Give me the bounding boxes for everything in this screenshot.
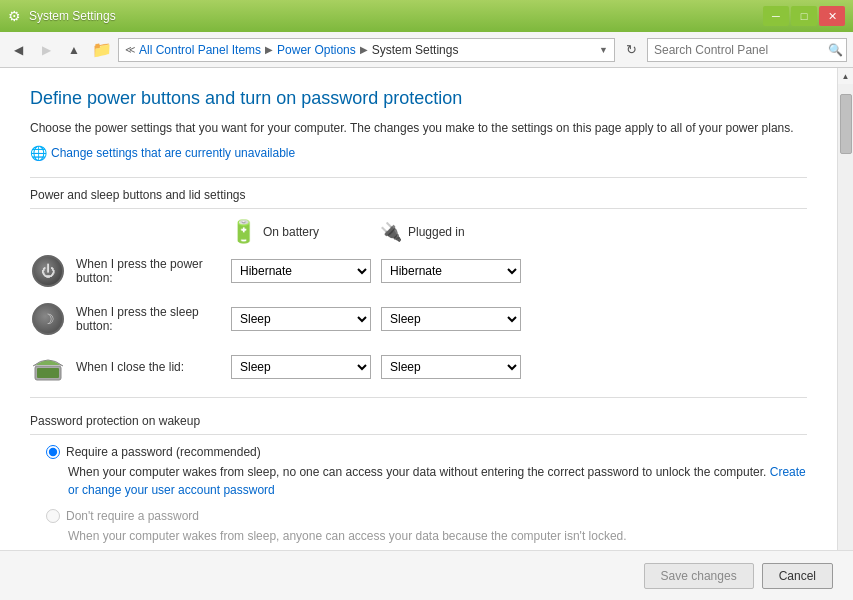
sleep-button-icon	[30, 301, 66, 337]
search-button[interactable]: 🔍	[828, 43, 843, 57]
no-password-label[interactable]: Don't require a password	[66, 509, 199, 523]
window-controls: ─ □ ✕	[763, 6, 845, 26]
power-button-plugged-select[interactable]: Do nothing Sleep Hibernate Shut down Tur…	[381, 259, 521, 283]
minimize-button[interactable]: ─	[763, 6, 789, 26]
sleep-button-plugged-select[interactable]: Do nothing Sleep Hibernate Shut down Tur…	[381, 307, 521, 331]
breadcrumb-bar: ≪ All Control Panel Items ▶ Power Option…	[118, 38, 615, 62]
power-button-row: When I press the power button: Do nothin…	[30, 253, 807, 289]
svg-rect-1	[37, 368, 59, 378]
breadcrumb-power-options[interactable]: Power Options	[277, 43, 356, 57]
battery-column-header: 🔋 On battery	[230, 219, 380, 245]
plug-icon: 🔌	[380, 221, 402, 243]
sleep-button-selects: Do nothing Sleep Hibernate Shut down Tur…	[231, 307, 521, 331]
password-section-title: Password protection on wakeup	[30, 414, 807, 435]
section-divider	[30, 177, 807, 178]
sleep-button-label: When I press the sleep button:	[76, 305, 231, 333]
password-divider	[30, 397, 807, 398]
scroll-track	[838, 84, 853, 584]
scrollbar: ▲ ▼	[837, 68, 853, 600]
lid-label: When I close the lid:	[76, 360, 231, 374]
close-button[interactable]: ✕	[819, 6, 845, 26]
save-changes-button[interactable]: Save changes	[644, 563, 754, 589]
maximize-button[interactable]: □	[791, 6, 817, 26]
sleep-button-battery-select[interactable]: Do nothing Sleep Hibernate Shut down Tur…	[231, 307, 371, 331]
page-title: Define power buttons and turn on passwor…	[30, 88, 807, 109]
column-headers: 🔋 On battery 🔌 Plugged in	[230, 219, 807, 245]
globe-icon: 🌐	[30, 145, 47, 161]
power-button-selects: Do nothing Sleep Hibernate Shut down Tur…	[231, 259, 521, 283]
power-button-icon	[30, 253, 66, 289]
no-password-desc: When your computer wakes from sleep, any…	[46, 527, 807, 545]
battery-icon: 🔋	[230, 219, 257, 245]
lid-row: When I close the lid: Do nothing Sleep H…	[30, 349, 807, 385]
require-password-desc: When your computer wakes from sleep, no …	[46, 463, 807, 499]
breadcrumb-all-control-panel[interactable]: All Control Panel Items	[139, 43, 261, 57]
sleep-button-row: When I press the sleep button: Do nothin…	[30, 301, 807, 337]
bottom-bar: Save changes Cancel	[0, 550, 853, 600]
page-description: Choose the power settings that you want …	[30, 119, 807, 137]
power-button-label: When I press the power button:	[76, 257, 231, 285]
sleep-circle-icon	[32, 303, 64, 335]
lid-battery-select[interactable]: Do nothing Sleep Hibernate Shut down Tur…	[231, 355, 371, 379]
address-bar: ◀ ▶ ▲ 📁 ≪ All Control Panel Items ▶ Powe…	[0, 32, 853, 68]
change-settings-link[interactable]: 🌐 Change settings that are currently una…	[30, 145, 807, 161]
breadcrumb-current: System Settings	[372, 43, 459, 57]
search-input[interactable]	[647, 38, 847, 62]
back-button[interactable]: ◀	[6, 38, 30, 62]
power-circle-icon	[32, 255, 64, 287]
lid-plugged-select[interactable]: Do nothing Sleep Hibernate Shut down Tur…	[381, 355, 521, 379]
power-sleep-section-title: Power and sleep buttons and lid settings	[30, 188, 807, 209]
up-button[interactable]: ▲	[62, 38, 86, 62]
dropdown-arrow-icon: ▼	[599, 45, 608, 55]
cancel-button[interactable]: Cancel	[762, 563, 833, 589]
scroll-thumb[interactable]	[840, 94, 852, 154]
password-section: Password protection on wakeup Require a …	[30, 414, 807, 545]
lid-icon	[30, 349, 66, 385]
require-password-label[interactable]: Require a password (recommended)	[66, 445, 261, 459]
refresh-button[interactable]: ↻	[619, 38, 643, 62]
laptop-lid-icon	[31, 352, 65, 382]
main-content: Define power buttons and turn on passwor…	[0, 68, 853, 600]
window-title: System Settings	[29, 9, 116, 23]
title-bar: ⚙ System Settings ─ □ ✕	[0, 0, 853, 32]
plugged-column-header: 🔌 Plugged in	[380, 219, 530, 245]
folder-icon: 📁	[92, 40, 112, 59]
require-password-radio[interactable]	[46, 445, 60, 459]
no-password-radio[interactable]	[46, 509, 60, 523]
search-wrap: 🔍	[647, 38, 847, 62]
lid-selects: Do nothing Sleep Hibernate Shut down Tur…	[231, 355, 521, 379]
scroll-up-button[interactable]: ▲	[838, 68, 854, 84]
power-button-battery-select[interactable]: Do nothing Sleep Hibernate Shut down Tur…	[231, 259, 371, 283]
content-area: Define power buttons and turn on passwor…	[0, 68, 837, 600]
forward-button[interactable]: ▶	[34, 38, 58, 62]
window-icon: ⚙	[8, 8, 21, 24]
require-password-option: Require a password (recommended) When yo…	[30, 445, 807, 499]
no-password-option: Don't require a password When your compu…	[30, 509, 807, 545]
